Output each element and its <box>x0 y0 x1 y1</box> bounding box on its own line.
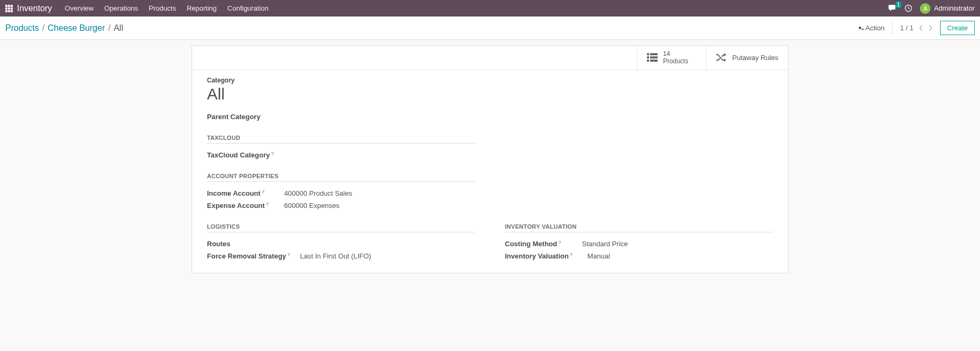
costing-method-label-text: Costing Method <box>505 240 557 248</box>
col-left-1: TAXCLOUD TaxCloud Category? ACCOUNT PROP… <box>207 123 490 212</box>
force-removal-label-text: Force Removal Strategy <box>207 252 286 260</box>
breadcrumb-current: All <box>114 23 123 33</box>
control-panel: Products / Cheese Burger / All Action 1 … <box>0 16 980 40</box>
expense-account-label: Expense Account? <box>207 202 284 210</box>
chevron-right-icon <box>928 25 933 31</box>
stat-products-label: Products <box>663 57 688 65</box>
field-taxcloud-category: TaxCloud Category? <box>207 149 475 161</box>
inventory-valuation-value[interactable]: Manual <box>587 252 610 260</box>
field-inventory-valuation: Inventory Valuation? Manual <box>505 250 773 262</box>
account-properties-header: ACCOUNT PROPERTIES <box>207 173 475 182</box>
taxcloud-category-label-text: TaxCloud Category <box>207 151 270 159</box>
clock-icon <box>904 4 912 12</box>
stat-putaway-button[interactable]: Putaway Rules <box>706 46 788 70</box>
menu-overview[interactable]: Overview <box>65 4 94 12</box>
help-icon[interactable]: ? <box>570 252 573 257</box>
field-force-removal: Force Removal Strategy? Last In First Ou… <box>207 250 475 262</box>
nav-right: 1 A Administrator <box>888 3 975 14</box>
stat-putaway-label: Putaway Rules <box>732 54 778 62</box>
avatar: A <box>920 3 931 14</box>
stat-products-count: 14 <box>663 50 688 57</box>
pager-next[interactable] <box>928 25 933 31</box>
svg-rect-5 <box>647 60 649 62</box>
pager-prev[interactable] <box>919 25 923 31</box>
taxcloud-category-label: TaxCloud Category? <box>207 151 284 159</box>
help-icon[interactable]: ? <box>287 252 290 257</box>
menu-operations[interactable]: Operations <box>104 4 138 12</box>
inventory-valuation-header: INVENTORY VALUATION <box>505 223 773 232</box>
chevron-left-icon <box>919 25 923 31</box>
field-expense-account: Expense Account? 600000 Expenses <box>207 199 475 212</box>
help-icon[interactable]: ? <box>262 189 265 195</box>
force-removal-label: Force Removal Strategy? <box>207 252 300 260</box>
svg-rect-6 <box>650 60 658 62</box>
col-valuation: INVENTORY VALUATION Costing Method? Stan… <box>490 212 773 262</box>
category-name[interactable]: All <box>207 85 773 103</box>
category-label: Category <box>207 77 773 84</box>
svg-rect-3 <box>647 56 649 59</box>
breadcrumb: Products / Cheese Burger / All <box>5 23 123 33</box>
force-removal-value[interactable]: Last In First Out (LIFO) <box>300 252 371 260</box>
row-logistics-valuation: LOGISTICS Routes Force Removal Strategy?… <box>207 212 773 262</box>
button-box: 14 Products Putaway Rules <box>192 46 788 70</box>
col-logistics: LOGISTICS Routes Force Removal Strategy?… <box>207 212 490 262</box>
parent-category-label: Parent Category <box>207 113 284 121</box>
routes-label: Routes <box>207 240 284 248</box>
pager-value: 1 / 1 <box>900 24 913 32</box>
taxcloud-header: TAXCLOUD <box>207 135 475 144</box>
pager: 1 / 1 <box>892 22 933 35</box>
expense-account-label-text: Expense Account <box>207 202 265 210</box>
action-dropdown[interactable]: Action <box>857 24 885 32</box>
menu-products[interactable]: Products <box>149 4 176 12</box>
activities-button[interactable] <box>904 4 912 12</box>
stat-products-text: 14 Products <box>663 50 688 65</box>
menu-configuration[interactable]: Configuration <box>227 4 268 12</box>
help-icon[interactable]: ? <box>558 240 561 245</box>
breadcrumb-products[interactable]: Products <box>5 23 39 33</box>
field-costing-method: Costing Method? Standard Price <box>505 238 773 250</box>
expense-account-value[interactable]: 600000 Expenses <box>284 202 339 210</box>
sheet-container: 14 Products Putaway Rules Category All P… <box>0 40 980 273</box>
svg-rect-2 <box>650 53 658 55</box>
income-account-value[interactable]: 400000 Product Sales <box>284 189 352 197</box>
svg-rect-1 <box>647 53 649 55</box>
field-income-account: Income Account? 400000 Product Sales <box>207 187 475 199</box>
row-tax-account: TAXCLOUD TaxCloud Category? ACCOUNT PROP… <box>207 123 773 212</box>
field-routes: Routes <box>207 238 475 250</box>
menu-reporting[interactable]: Reporting <box>187 4 217 12</box>
control-right: Action 1 / 1 Create <box>857 21 975 35</box>
apps-icon <box>5 5 13 12</box>
logistics-header: LOGISTICS <box>207 223 475 232</box>
stat-products-button[interactable]: 14 Products <box>637 46 706 70</box>
inventory-valuation-label: Inventory Valuation? <box>505 252 587 260</box>
action-label: Action <box>866 24 885 32</box>
inventory-valuation-label-text: Inventory Valuation <box>505 252 569 260</box>
list-icon <box>647 53 658 62</box>
col-right-1 <box>490 123 773 212</box>
field-parent-category: Parent Category <box>207 111 484 123</box>
form-sheet: 14 Products Putaway Rules Category All P… <box>192 45 788 273</box>
income-account-label-text: Income Account <box>207 189 261 197</box>
costing-method-label: Costing Method? <box>505 240 582 248</box>
app-switcher[interactable]: Inventory <box>5 4 52 13</box>
help-icon[interactable]: ? <box>271 151 274 156</box>
nav-menu: Overview Operations Products Reporting C… <box>65 4 269 12</box>
nav-left: Inventory Overview Operations Products R… <box>5 4 269 13</box>
user-menu[interactable]: A Administrator <box>920 3 975 14</box>
messaging-button[interactable]: 1 <box>888 5 897 12</box>
user-name: Administrator <box>934 4 975 12</box>
main-navbar: Inventory Overview Operations Products R… <box>0 0 980 16</box>
breadcrumb-separator: / <box>108 23 110 33</box>
chat-badge: 1 <box>895 2 902 8</box>
income-account-label: Income Account? <box>207 189 284 197</box>
shuffle-icon <box>716 53 727 62</box>
gear-icon <box>857 24 863 31</box>
avatar-initial: A <box>924 5 927 12</box>
breadcrumb-separator: / <box>42 23 44 33</box>
costing-method-value[interactable]: Standard Price <box>582 240 628 248</box>
help-icon[interactable]: ? <box>266 202 269 207</box>
svg-rect-4 <box>650 56 658 59</box>
sheet-body: Category All Parent Category TAXCLOUD Ta… <box>192 70 788 273</box>
breadcrumb-cheese-burger[interactable]: Cheese Burger <box>48 23 105 33</box>
create-button[interactable]: Create <box>940 21 975 35</box>
